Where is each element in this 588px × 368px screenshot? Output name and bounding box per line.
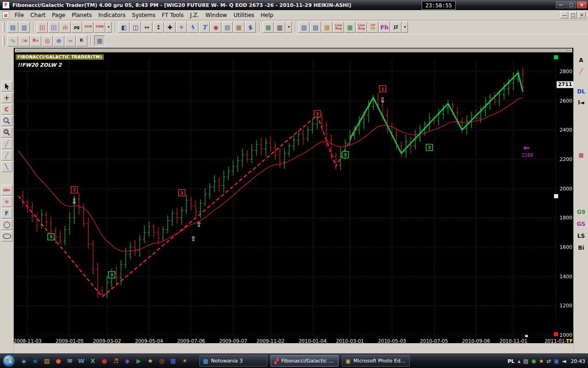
tray-clock[interactable]: 20:43 <box>571 358 585 364</box>
update-icon[interactable]: ★ <box>539 358 544 364</box>
task-notowania[interactable]: ▦Notowania 3 <box>199 355 267 367</box>
f-h-button[interactable]: Fh <box>379 22 390 33</box>
hidden-icons-expander[interactable]: ▴ <box>518 358 520 364</box>
dollar-button[interactable]: $ <box>245 22 256 33</box>
fit-height-button[interactable]: ↕ <box>153 22 164 33</box>
cascade-windows-button[interactable]: ◧ <box>119 22 130 33</box>
cycles-button[interactable]: ≈ <box>65 35 76 46</box>
quick-launch-show-desktop[interactable]: ◈ <box>19 356 28 365</box>
minimize-button[interactable]: — <box>556 1 565 8</box>
task-photo-editor[interactable]: ▣Microsoft Photo Edi... <box>342 355 410 367</box>
chart-type-dropdown[interactable]: ▾ <box>106 22 112 33</box>
circle-tool[interactable] <box>1 219 12 230</box>
network-icon[interactable]: ⇄ <box>547 358 551 364</box>
fit-width-button[interactable]: ↔ <box>141 22 153 33</box>
mdi-minimize-button[interactable]: — <box>560 12 568 18</box>
rings-button[interactable]: ◎ <box>42 35 53 46</box>
mdi-close-button[interactable]: × <box>578 12 586 18</box>
ls-tool[interactable]: LS <box>574 233 588 239</box>
open-layout-button[interactable]: ▥ <box>19 22 30 33</box>
bar-chart-red-button[interactable]: ||| <box>37 22 48 33</box>
zoom-window-tool[interactable] <box>1 127 12 138</box>
quick-launch-app-red[interactable]: ● <box>100 356 109 365</box>
fibonacci-tool[interactable]: F <box>1 208 12 218</box>
text-label-tool[interactable]: abc <box>1 185 12 196</box>
mdi-restore-button[interactable]: □ <box>569 12 577 18</box>
scroll-thumb[interactable] <box>19 48 568 52</box>
display-icon[interactable]: ▣ <box>554 358 559 364</box>
planet-button[interactable]: ◉ <box>210 22 221 33</box>
i-tool[interactable]: I◄ <box>574 99 588 106</box>
wave-tool-button[interactable]: ∿ <box>7 35 18 46</box>
quick-launch-folder[interactable]: ▨ <box>42 356 51 365</box>
maximize-button[interactable]: □ <box>566 1 576 8</box>
bar-chart-blue-button[interactable]: ||| <box>48 22 59 33</box>
retrograde-button[interactable]: R+ <box>30 35 41 46</box>
menu-item-j-z[interactable]: J.Z. <box>187 11 202 20</box>
pencil-tool[interactable]: ╱ <box>574 68 588 75</box>
scroll-marker-white[interactable] <box>554 194 558 198</box>
task-fibonacci[interactable]: ▞Fibonacci/Galactic ... <box>271 355 339 367</box>
menu-item-help[interactable]: Help <box>258 11 277 20</box>
trendline-green-tool[interactable]: ╱ <box>1 138 12 149</box>
trendline-cyan-tool[interactable]: ╱ <box>1 150 12 161</box>
keyboard-icon[interactable]: ▤ <box>523 358 528 364</box>
page-chart-1-button[interactable]: ▧ <box>299 22 310 33</box>
menu-item-page[interactable]: Page <box>49 11 68 20</box>
volume-icon[interactable]: ◄ <box>562 358 566 364</box>
bar-style-button[interactable]: ▥ <box>274 22 285 33</box>
jz-button[interactable]: JZ <box>390 22 401 33</box>
a-tool[interactable]: A <box>574 57 588 63</box>
grid-green-button[interactable]: ▦ <box>263 22 274 33</box>
gs-tool[interactable]: GS <box>574 221 588 227</box>
stamp-button[interactable]: ▦ <box>233 22 244 33</box>
quick-launch-media-player[interactable]: ● <box>54 356 63 365</box>
menu-item-indicators[interactable]: Indicators <box>95 11 129 20</box>
new-chart-button[interactable]: ▤ <box>7 22 18 33</box>
scroll-marker-green[interactable] <box>554 55 558 59</box>
trendline-blue-tool[interactable]: ╲ <box>1 161 12 172</box>
quick-launch-internet-explorer[interactable]: e <box>31 356 40 365</box>
g9-tool[interactable]: G9 <box>574 209 588 215</box>
quick-launch-mail[interactable]: ✉ <box>65 356 74 365</box>
pointer-tool[interactable] <box>1 81 12 92</box>
grid-mode-button[interactable]: ▦ <box>94 35 105 46</box>
range-grid-1-button[interactable]: ▦ <box>322 22 333 33</box>
red-grid-tool[interactable]: ▦ <box>574 152 588 158</box>
menu-item-planets[interactable]: Planets <box>68 11 95 20</box>
menu-item-systems[interactable]: Systems <box>129 11 158 20</box>
star-tool[interactable]: ✳ <box>1 196 12 207</box>
page-chart-2-button[interactable]: ▨ <box>310 22 321 33</box>
bar-style-dropdown[interactable]: ▾ <box>286 22 292 33</box>
dl-tool[interactable]: DL <box>574 88 588 95</box>
chart-plot[interactable]: 32⇩33⇧⇧331⇩3⇐2268 <box>14 53 556 337</box>
quick-launch-app-purple[interactable]: ◆ <box>123 356 132 365</box>
snowflake-button[interactable]: ✳ <box>176 22 187 33</box>
time-button[interactable]: TIME <box>94 22 105 33</box>
menu-item-window[interactable]: Window <box>202 11 230 20</box>
range-grid-2-button[interactable]: ▦ <box>345 22 356 33</box>
pg-button[interactable]: pg <box>71 22 82 33</box>
child-window-icon[interactable]: ▦ <box>2 12 9 18</box>
scroll-right-arrow-icon[interactable]: ► <box>568 48 572 52</box>
bi-tool[interactable]: Bi <box>574 245 588 251</box>
tile-windows-button[interactable]: ◫ <box>130 22 141 33</box>
live-range-2-button[interactable]: Live Rng <box>356 22 367 33</box>
p-dot-button[interactable]: P. <box>76 35 87 46</box>
jz-dropdown[interactable]: ▾ <box>402 22 408 33</box>
quick-launch-player-green[interactable]: ▶ <box>134 356 143 365</box>
quick-launch-music[interactable]: ♬ <box>111 356 120 365</box>
crosshair-tool[interactable]: + <box>1 92 12 103</box>
language-indicator[interactable]: PL <box>508 358 514 364</box>
quick-launch-grid-app[interactable]: ▦ <box>169 356 178 365</box>
scroll-marker-red[interactable] <box>554 332 558 336</box>
scroll-left-arrow-icon[interactable]: ◄ <box>15 48 19 52</box>
quick-launch-word[interactable]: W <box>77 356 86 365</box>
menu-item-chart[interactable]: Chart <box>27 11 49 20</box>
live-range-1-button[interactable]: Live Rng <box>333 22 344 33</box>
text-annotation-button[interactable]: T <box>199 22 210 33</box>
center-view-button[interactable]: ✚ <box>164 22 175 33</box>
print-button[interactable]: ▤ <box>222 22 233 33</box>
close-button[interactable]: × <box>577 1 587 8</box>
menu-item-file[interactable]: File <box>11 11 27 20</box>
